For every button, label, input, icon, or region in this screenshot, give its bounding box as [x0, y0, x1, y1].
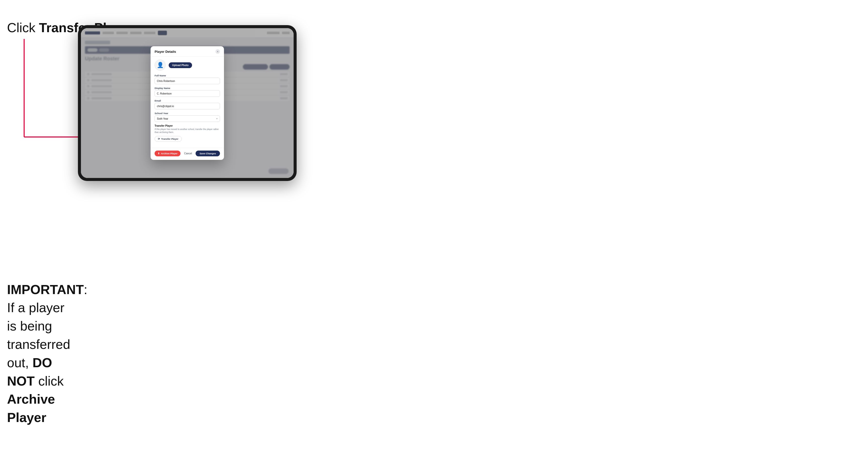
display-name-label: Display Name — [155, 87, 220, 90]
school-year-wrapper: First Year Second Year Third Year Fourth… — [155, 115, 220, 122]
avatar: 👤 — [155, 60, 166, 71]
transfer-player-section: Transfer Player If this player has moved… — [155, 124, 220, 142]
email-label: Email — [155, 99, 220, 102]
transfer-section-title: Transfer Player — [155, 124, 220, 127]
upload-photo-button[interactable]: Upload Photo — [169, 62, 192, 68]
archive-player-button[interactable]: ⬇ Archive Player — [155, 151, 181, 156]
refresh-icon: ⟳ — [158, 137, 160, 140]
full-name-input[interactable] — [155, 78, 220, 84]
archive-icon: ⬇ — [158, 152, 160, 155]
modal-footer: ⬇ Archive Player Cancel Save Changes — [151, 148, 224, 160]
display-name-input[interactable] — [155, 90, 220, 97]
tablet-screen: Update Roster — [81, 28, 293, 178]
full-name-label: Full Name — [155, 74, 220, 77]
photo-section: 👤 Upload Photo — [155, 60, 220, 71]
tablet-frame: Update Roster — [78, 25, 297, 181]
transfer-section-description: If this player has moved to another scho… — [155, 128, 220, 134]
instruction-prefix: Click — [7, 20, 39, 35]
important-label: IMPORTANT — [7, 282, 84, 297]
modal-body: 👤 Upload Photo Full Name Display Name — [151, 57, 224, 148]
modal-header: Player Details × — [151, 46, 224, 57]
full-name-group: Full Name — [155, 74, 220, 84]
person-icon: 👤 — [157, 62, 164, 68]
cancel-button[interactable]: Cancel — [184, 152, 192, 155]
modal-title: Player Details — [155, 50, 176, 54]
display-name-group: Display Name — [155, 87, 220, 97]
modal-close-button[interactable]: × — [215, 49, 220, 54]
player-details-modal: Player Details × 👤 Upload Photo — [151, 46, 224, 160]
school-year-group: School Year First Year Second Year Third… — [155, 112, 220, 122]
instruction-bottom: IMPORTANT: If a player is being transfer… — [7, 280, 78, 427]
email-group: Email — [155, 99, 220, 109]
email-input[interactable] — [155, 103, 220, 109]
modal-overlay: Player Details × 👤 Upload Photo — [81, 28, 293, 178]
school-year-label: School Year — [155, 112, 220, 115]
school-year-select[interactable]: First Year Second Year Third Year Fourth… — [155, 115, 220, 122]
transfer-player-button[interactable]: ⟳ Transfer Player — [155, 136, 182, 142]
save-changes-button[interactable]: Save Changes — [195, 151, 220, 156]
